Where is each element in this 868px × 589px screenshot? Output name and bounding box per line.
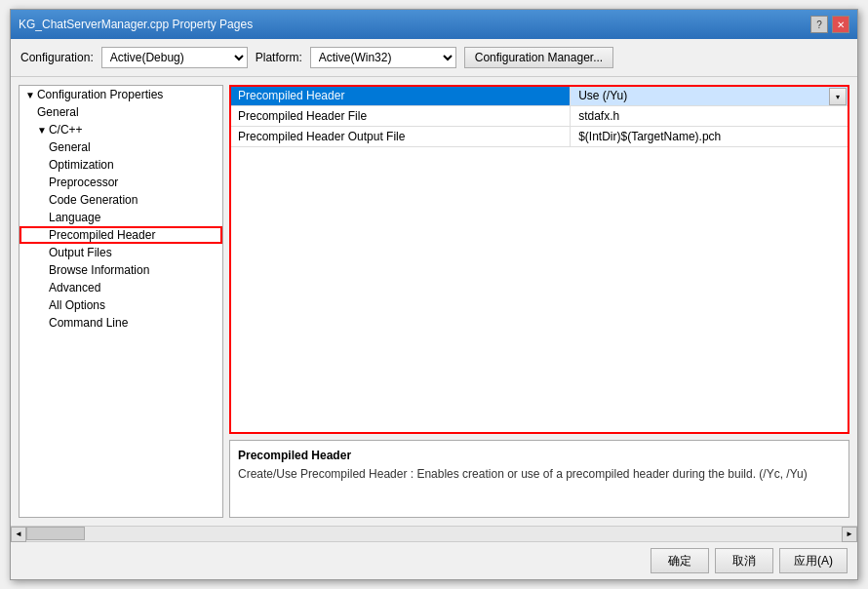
close-button[interactable]: ✕ <box>832 16 849 33</box>
cancel-button[interactable]: 取消 <box>715 548 773 573</box>
table-row[interactable]: Precompiled Header Output File $(IntDir)… <box>230 127 848 147</box>
tree-item-all-options[interactable]: All Options <box>20 296 222 314</box>
tree-item-command-line[interactable]: Command Line <box>20 314 222 332</box>
tree-item-config-props[interactable]: ▼Configuration Properties <box>20 86 222 103</box>
apply-button[interactable]: 应用(A) <box>779 548 848 573</box>
dropdown-button[interactable]: ▾ <box>829 88 847 105</box>
tree-item-precompiled-header[interactable]: Precompiled Header <box>20 226 222 244</box>
table-row[interactable]: Precompiled Header Use (/Yu) <box>230 86 848 106</box>
tree-item-language[interactable]: Language <box>20 209 222 226</box>
arrow-left-icon: ◄ <box>15 530 22 538</box>
scroll-right-button[interactable]: ► <box>842 527 857 542</box>
prop-value-precompiled-header-output: $(IntDir)$(TargetName).pch <box>571 127 848 147</box>
toolbar: Configuration: Active(Debug) Platform: A… <box>11 39 857 77</box>
prop-value-precompiled-header: Use (/Yu) <box>571 86 848 106</box>
prop-value-precompiled-header-file: stdafx.h <box>571 106 848 127</box>
desc-text: Create/Use Precompiled Header : Enables … <box>238 466 841 483</box>
tree-item-code-generation[interactable]: Code Generation <box>20 191 222 209</box>
prop-name-precompiled-header-output: Precompiled Header Output File <box>230 127 571 147</box>
tree-item-cpp-general[interactable]: General <box>20 138 222 156</box>
tree-item-cpp[interactable]: ▼C/C++ <box>20 121 222 138</box>
config-label: Configuration: <box>20 51 94 64</box>
tree-item-browse-information[interactable]: Browse Information <box>20 261 222 279</box>
arrow-right-icon: ► <box>846 530 853 538</box>
tree-panel: ▼Configuration Properties General ▼C/C++… <box>19 85 223 518</box>
config-manager-button[interactable]: Configuration Manager... <box>464 47 613 68</box>
scroll-track[interactable] <box>26 527 842 541</box>
tree-item-output-files[interactable]: Output Files <box>20 244 222 261</box>
desc-panel: Precompiled Header Create/Use Precompile… <box>229 440 849 518</box>
tree-item-preprocessor[interactable]: Preprocessor <box>20 174 222 191</box>
tree-item-advanced[interactable]: Advanced <box>20 279 222 296</box>
help-button[interactable]: ? <box>810 16 828 33</box>
props-table: Precompiled Header Use (/Yu) Precompiled… <box>230 86 848 147</box>
ok-button[interactable]: 确定 <box>651 548 709 573</box>
desc-title: Precompiled Header <box>238 449 841 462</box>
expand-icon-cpp: ▼ <box>37 125 47 136</box>
main-content: ▼Configuration Properties General ▼C/C++… <box>11 77 857 526</box>
scroll-thumb[interactable] <box>26 527 85 540</box>
table-row[interactable]: Precompiled Header File stdafx.h <box>230 106 848 127</box>
props-table-container: Precompiled Header Use (/Yu) Precompiled… <box>229 85 849 434</box>
titlebar-buttons: ? ✕ <box>810 16 849 33</box>
tree-item-general[interactable]: General <box>20 103 222 121</box>
expand-icon: ▼ <box>25 90 35 100</box>
config-select[interactable]: Active(Debug) <box>101 47 248 68</box>
prop-name-precompiled-header-file: Precompiled Header File <box>230 106 571 127</box>
scroll-left-button[interactable]: ◄ <box>11 527 26 542</box>
tree-item-optimization[interactable]: Optimization <box>20 156 222 174</box>
prop-name-precompiled-header: Precompiled Header <box>230 86 571 106</box>
chevron-down-icon: ▾ <box>836 93 840 101</box>
right-panel: Precompiled Header Use (/Yu) Precompiled… <box>229 85 849 518</box>
bottom-bar: 确定 取消 应用(A) <box>11 541 857 579</box>
titlebar: KG_ChatServerManager.cpp Property Pages … <box>11 10 857 39</box>
platform-select[interactable]: Active(Win32) <box>310 47 456 68</box>
scrollbar: ◄ ► <box>11 526 857 541</box>
platform-label: Platform: <box>256 51 302 64</box>
titlebar-title: KG_ChatServerManager.cpp Property Pages <box>19 18 253 31</box>
dialog-window: KG_ChatServerManager.cpp Property Pages … <box>10 9 858 580</box>
